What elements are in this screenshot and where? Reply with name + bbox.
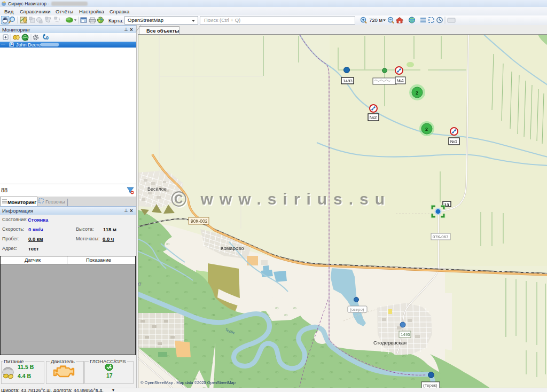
svg-text:Весёлое: Весёлое <box>147 186 167 192</box>
svg-text:Стодеревская: Стодеревская <box>373 340 407 346</box>
svg-text:2: 2 <box>416 90 418 96</box>
svg-text:№2: №2 <box>370 115 377 120</box>
svg-text:720 м: 720 м <box>369 17 382 23</box>
svg-text:(Терек): (Терек) <box>423 383 437 388</box>
svg-text:№1: №1 <box>450 139 458 144</box>
svg-text:1495: 1495 <box>401 332 410 337</box>
svg-text:9: 9 <box>46 35 49 41</box>
svg-text:90К-002: 90К-002 <box>191 218 208 224</box>
svg-text:№4: №4 <box>396 78 404 83</box>
svg-text:07К-067: 07К-067 <box>433 234 449 239</box>
svg-text:1493: 1493 <box>343 79 353 83</box>
svg-text:Комарово: Комарово <box>221 245 244 251</box>
svg-text:(озеро): (озеро) <box>350 307 364 312</box>
svg-text:2: 2 <box>425 127 428 132</box>
svg-text:й: й <box>138 281 141 287</box>
